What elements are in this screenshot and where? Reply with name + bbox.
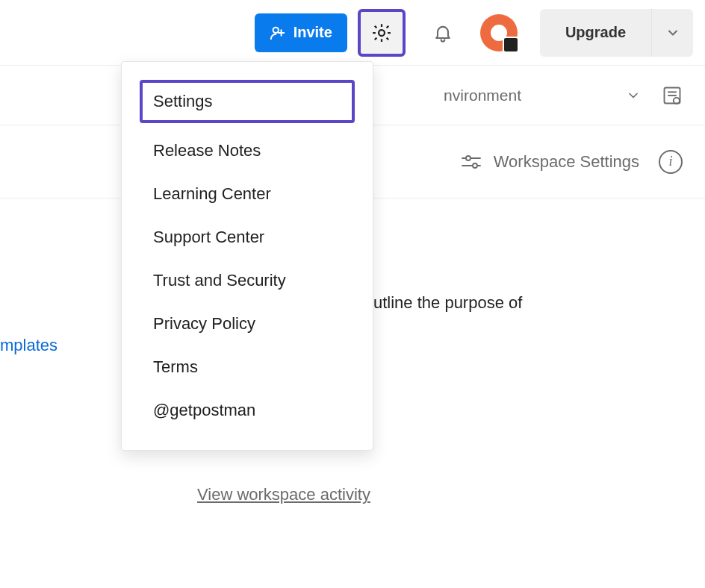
info-icon: i xyxy=(668,154,672,169)
gear-icon xyxy=(370,22,393,44)
svg-point-0 xyxy=(273,27,278,32)
dropdown-item-privacy-policy[interactable]: Privacy Policy xyxy=(122,302,373,345)
upgrade-caret-button[interactable] xyxy=(651,9,693,57)
templates-link-fragment[interactable]: mplates xyxy=(0,336,58,355)
invite-user-icon xyxy=(270,25,286,41)
upgrade-group: Upgrade xyxy=(540,9,693,57)
info-button[interactable]: i xyxy=(659,150,683,174)
settings-gear-button[interactable] xyxy=(358,9,406,57)
svg-point-9 xyxy=(473,163,477,168)
workspace-settings-label: Workspace Settings xyxy=(494,152,639,172)
environment-label: nvironment xyxy=(444,87,521,104)
dropdown-item-settings[interactable]: Settings xyxy=(140,80,355,123)
sliders-icon xyxy=(461,153,482,171)
chevron-down-icon xyxy=(626,88,641,103)
dropdown-item-release-notes[interactable]: Release Notes xyxy=(122,129,373,172)
svg-point-1 xyxy=(379,30,385,36)
invite-button[interactable]: Invite xyxy=(255,13,347,52)
environment-quicklook-icon[interactable] xyxy=(662,85,683,106)
upgrade-button[interactable]: Upgrade xyxy=(540,9,651,57)
notifications-button[interactable] xyxy=(419,9,467,57)
workspace-settings-link[interactable]: Workspace Settings xyxy=(461,152,639,172)
dropdown-item-learning-center[interactable]: Learning Center xyxy=(122,172,373,216)
description-fragment: utline the purpose of xyxy=(373,293,522,313)
bell-icon xyxy=(432,22,453,43)
view-workspace-activity-link[interactable]: View workspace activity xyxy=(197,485,370,504)
upgrade-label: Upgrade xyxy=(565,24,626,40)
invite-label: Invite xyxy=(294,24,332,41)
dropdown-item-support-center[interactable]: Support Center xyxy=(122,216,373,259)
top-bar: Invite Upgrade xyxy=(0,0,705,66)
avatar[interactable] xyxy=(480,14,518,51)
svg-point-7 xyxy=(466,156,470,160)
environment-selector[interactable]: nvironment xyxy=(444,87,641,104)
dropdown-item-getpostman[interactable]: @getpostman xyxy=(122,389,373,432)
settings-dropdown: Settings Release Notes Learning Center S… xyxy=(121,61,373,451)
dropdown-item-trust-security[interactable]: Trust and Security xyxy=(122,259,373,302)
chevron-down-icon xyxy=(665,25,680,40)
dropdown-item-terms[interactable]: Terms xyxy=(122,345,373,389)
